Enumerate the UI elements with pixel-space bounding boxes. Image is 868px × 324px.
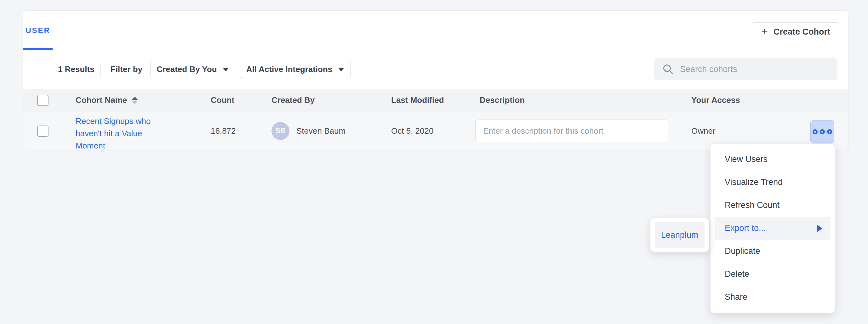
integrations-dropdown-value: All Active Integrations xyxy=(246,65,333,74)
filter-by-label: Filter by xyxy=(111,50,142,89)
filter-bar: 1 Results Filter by Created By You All A… xyxy=(23,50,848,89)
menu-item-share[interactable]: Share xyxy=(715,286,831,309)
more-dots-icon xyxy=(812,129,817,134)
header-cohort-name[interactable]: Cohort Name xyxy=(75,89,137,112)
header-your-access: Your Access xyxy=(691,89,740,112)
cohorts-panel: USER + Create Cohort 1 Results Filter by… xyxy=(23,10,848,150)
cohort-count: 16,872 xyxy=(211,112,236,150)
header-description: Description xyxy=(480,89,525,112)
integrations-dropdown[interactable]: All Active Integrations xyxy=(240,60,350,79)
caret-down-icon xyxy=(338,68,344,71)
search-icon xyxy=(662,64,674,75)
cohort-name-link[interactable]: Recent Signups who haven't hit a Value M… xyxy=(75,115,157,150)
menu-item-delete[interactable]: Delete xyxy=(715,263,831,286)
row-checkbox[interactable] xyxy=(37,125,49,137)
menu-item-export-to[interactable]: Export to... xyxy=(715,217,831,240)
created-by-name: Steven Baum xyxy=(297,126,345,136)
tab-user[interactable]: USER xyxy=(23,11,53,50)
search-input[interactable] xyxy=(680,65,829,74)
created-by-dropdown-value: Created By You xyxy=(157,65,217,74)
tab-bar: USER + Create Cohort xyxy=(23,11,848,50)
last-modified-cell: Oct 5, 2020 xyxy=(391,112,433,150)
tab-user-label: USER xyxy=(26,26,51,35)
menu-item-refresh-count[interactable]: Refresh Count xyxy=(715,194,831,217)
description-input[interactable] xyxy=(475,119,668,142)
menu-item-visualize-trend[interactable]: Visualize Trend xyxy=(715,171,831,194)
header-count: Count xyxy=(211,89,234,112)
submenu-arrow-icon xyxy=(817,225,822,232)
caret-down-icon xyxy=(223,68,229,71)
more-dots-icon xyxy=(820,129,825,134)
avatar: SB xyxy=(272,122,289,140)
created-by-dropdown[interactable]: Created By You xyxy=(150,60,235,79)
more-dots-icon xyxy=(827,129,832,134)
submenu-item-leanplum[interactable]: Leanplum xyxy=(655,222,705,248)
plus-icon: + xyxy=(762,26,768,37)
search-cohorts-box xyxy=(654,58,837,80)
menu-item-view-users[interactable]: View Users xyxy=(715,148,831,171)
select-all-checkbox[interactable] xyxy=(37,95,49,106)
export-submenu: Leanplum xyxy=(650,218,709,252)
results-count: 1 Results xyxy=(58,50,94,89)
row-actions-menu: View Users Visualize Trend Refresh Count… xyxy=(710,143,835,313)
create-cohort-label: Create Cohort xyxy=(774,27,830,37)
sort-icon[interactable] xyxy=(132,97,137,104)
created-by-cell: SB Steven Baum xyxy=(272,112,345,150)
create-cohort-button[interactable]: + Create Cohort xyxy=(752,22,840,41)
row-actions-button[interactable] xyxy=(810,120,834,143)
header-last-modified: Last Modified xyxy=(391,89,444,112)
menu-item-export-to-label: Export to... xyxy=(725,223,766,233)
filter-divider xyxy=(100,63,101,76)
table-header-row: Cohort Name Count Created By Last Modifi… xyxy=(23,89,848,112)
header-created-by: Created By xyxy=(272,89,315,112)
menu-item-duplicate[interactable]: Duplicate xyxy=(715,240,831,263)
